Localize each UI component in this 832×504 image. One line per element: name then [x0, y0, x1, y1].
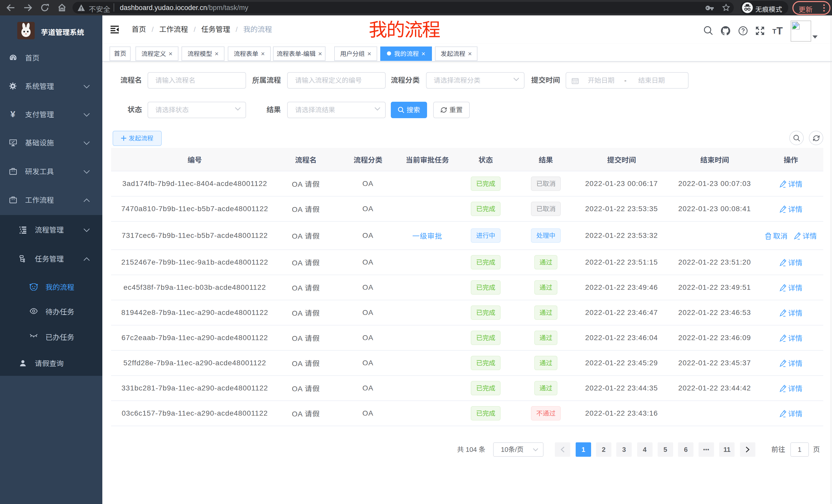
svg-text:¥: ¥ — [10, 111, 16, 118]
